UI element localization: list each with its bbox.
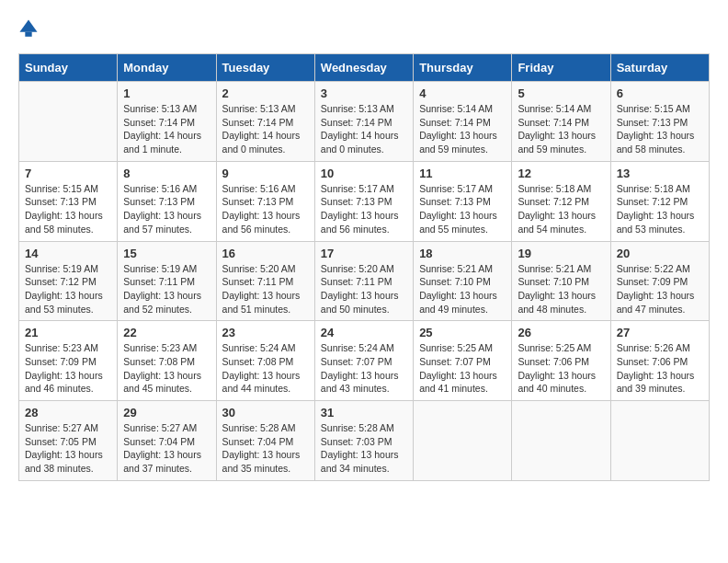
day-cell: [512, 401, 610, 481]
day-info: Sunrise: 5:23 AMSunset: 7:09 PMDaylight:…: [25, 341, 111, 396]
day-info: Sunrise: 5:24 AMSunset: 7:08 PMDaylight:…: [222, 341, 309, 396]
day-cell: 9Sunrise: 5:16 AMSunset: 7:13 PMDaylight…: [216, 161, 314, 241]
calendar-table: SundayMondayTuesdayWednesdayThursdayFrid…: [18, 53, 710, 481]
logo-icon: [18, 18, 39, 39]
day-number: 25: [419, 326, 506, 339]
svg-marker-0: [19, 19, 37, 31]
week-row-1: 1Sunrise: 5:13 AMSunset: 7:14 PMDaylight…: [19, 82, 710, 162]
day-info: Sunrise: 5:28 AMSunset: 7:04 PMDaylight:…: [222, 421, 309, 476]
day-info: Sunrise: 5:19 AMSunset: 7:11 PMDaylight:…: [123, 262, 210, 316]
day-info: Sunrise: 5:28 AMSunset: 7:03 PMDaylight:…: [321, 421, 407, 476]
day-number: 2: [222, 86, 309, 100]
day-cell: 7Sunrise: 5:15 AMSunset: 7:13 PMDaylight…: [19, 161, 118, 241]
day-info: Sunrise: 5:26 AMSunset: 7:06 PMDaylight:…: [617, 341, 703, 396]
day-info: Sunrise: 5:27 AMSunset: 7:04 PMDaylight:…: [123, 421, 210, 476]
week-row-4: 21Sunrise: 5:23 AMSunset: 7:09 PMDayligh…: [19, 321, 710, 401]
day-cell: 5Sunrise: 5:14 AMSunset: 7:14 PMDaylight…: [512, 82, 610, 162]
day-number: 12: [518, 167, 604, 180]
calendar-header: SundayMondayTuesdayWednesdayThursdayFrid…: [19, 54, 710, 82]
logo: [18, 18, 42, 39]
day-cell: 26Sunrise: 5:25 AMSunset: 7:06 PMDayligh…: [512, 321, 610, 401]
day-cell: 31Sunrise: 5:28 AMSunset: 7:03 PMDayligh…: [314, 401, 413, 481]
day-number: 4: [419, 86, 506, 100]
column-header-wednesday: Wednesday: [314, 54, 413, 82]
day-cell: 3Sunrise: 5:13 AMSunset: 7:14 PMDaylight…: [314, 82, 413, 162]
day-info: Sunrise: 5:14 AMSunset: 7:14 PMDaylight:…: [518, 102, 604, 156]
day-number: 29: [123, 406, 210, 419]
page-header: [18, 18, 710, 39]
day-number: 5: [518, 86, 604, 100]
header-row: SundayMondayTuesdayWednesdayThursdayFrid…: [19, 54, 710, 82]
week-row-2: 7Sunrise: 5:15 AMSunset: 7:13 PMDaylight…: [19, 161, 710, 241]
day-number: 28: [25, 406, 111, 419]
day-info: Sunrise: 5:25 AMSunset: 7:07 PMDaylight:…: [419, 341, 506, 396]
day-info: Sunrise: 5:13 AMSunset: 7:14 PMDaylight:…: [321, 102, 407, 156]
day-number: 8: [123, 167, 210, 180]
day-cell: 2Sunrise: 5:13 AMSunset: 7:14 PMDaylight…: [216, 82, 314, 162]
day-number: 21: [25, 326, 111, 339]
day-cell: 23Sunrise: 5:24 AMSunset: 7:08 PMDayligh…: [216, 321, 314, 401]
day-number: 9: [222, 167, 309, 180]
day-cell: 28Sunrise: 5:27 AMSunset: 7:05 PMDayligh…: [19, 401, 118, 481]
column-header-sunday: Sunday: [19, 54, 118, 82]
day-number: 6: [617, 86, 703, 100]
day-info: Sunrise: 5:18 AMSunset: 7:12 PMDaylight:…: [617, 182, 703, 236]
day-cell: 1Sunrise: 5:13 AMSunset: 7:14 PMDaylight…: [118, 82, 216, 162]
day-cell: 30Sunrise: 5:28 AMSunset: 7:04 PMDayligh…: [216, 401, 314, 481]
day-info: Sunrise: 5:14 AMSunset: 7:14 PMDaylight:…: [419, 102, 506, 156]
day-info: Sunrise: 5:23 AMSunset: 7:08 PMDaylight:…: [123, 341, 210, 396]
day-number: 14: [25, 247, 111, 260]
day-cell: 27Sunrise: 5:26 AMSunset: 7:06 PMDayligh…: [610, 321, 709, 401]
day-number: 7: [25, 167, 111, 180]
column-header-monday: Monday: [118, 54, 216, 82]
day-info: Sunrise: 5:13 AMSunset: 7:14 PMDaylight:…: [222, 102, 309, 156]
day-info: Sunrise: 5:17 AMSunset: 7:13 PMDaylight:…: [321, 182, 407, 236]
column-header-tuesday: Tuesday: [216, 54, 314, 82]
day-info: Sunrise: 5:20 AMSunset: 7:11 PMDaylight:…: [321, 262, 407, 316]
day-cell: [414, 401, 512, 481]
day-number: 31: [321, 406, 407, 419]
day-cell: [610, 401, 709, 481]
day-cell: 25Sunrise: 5:25 AMSunset: 7:07 PMDayligh…: [414, 321, 512, 401]
day-number: 30: [222, 406, 309, 419]
day-number: 20: [617, 247, 703, 260]
day-info: Sunrise: 5:21 AMSunset: 7:10 PMDaylight:…: [419, 262, 506, 316]
day-info: Sunrise: 5:21 AMSunset: 7:10 PMDaylight:…: [518, 262, 604, 316]
day-cell: 15Sunrise: 5:19 AMSunset: 7:11 PMDayligh…: [118, 241, 216, 321]
day-cell: 10Sunrise: 5:17 AMSunset: 7:13 PMDayligh…: [314, 161, 413, 241]
day-cell: 22Sunrise: 5:23 AMSunset: 7:08 PMDayligh…: [118, 321, 216, 401]
day-info: Sunrise: 5:19 AMSunset: 7:12 PMDaylight:…: [25, 262, 111, 316]
day-number: 26: [518, 326, 604, 339]
day-number: 3: [321, 86, 407, 100]
day-number: 27: [617, 326, 703, 339]
day-info: Sunrise: 5:22 AMSunset: 7:09 PMDaylight:…: [617, 262, 703, 316]
day-number: 24: [321, 326, 407, 339]
day-info: Sunrise: 5:18 AMSunset: 7:12 PMDaylight:…: [518, 182, 604, 236]
day-info: Sunrise: 5:16 AMSunset: 7:13 PMDaylight:…: [222, 182, 309, 236]
day-number: 11: [419, 167, 506, 180]
day-info: Sunrise: 5:20 AMSunset: 7:11 PMDaylight:…: [222, 262, 309, 316]
day-cell: 4Sunrise: 5:14 AMSunset: 7:14 PMDaylight…: [414, 82, 512, 162]
day-number: 18: [419, 247, 506, 260]
column-header-friday: Friday: [512, 54, 610, 82]
day-info: Sunrise: 5:16 AMSunset: 7:13 PMDaylight:…: [123, 182, 210, 236]
day-number: 13: [617, 167, 703, 180]
day-cell: 11Sunrise: 5:17 AMSunset: 7:13 PMDayligh…: [414, 161, 512, 241]
day-info: Sunrise: 5:27 AMSunset: 7:05 PMDaylight:…: [25, 421, 111, 476]
day-cell: 20Sunrise: 5:22 AMSunset: 7:09 PMDayligh…: [610, 241, 709, 321]
day-cell: [19, 82, 118, 162]
day-number: 17: [321, 247, 407, 260]
day-info: Sunrise: 5:15 AMSunset: 7:13 PMDaylight:…: [617, 102, 703, 156]
day-info: Sunrise: 5:15 AMSunset: 7:13 PMDaylight:…: [25, 182, 111, 236]
day-number: 19: [518, 247, 604, 260]
svg-rect-1: [25, 32, 31, 37]
day-cell: 19Sunrise: 5:21 AMSunset: 7:10 PMDayligh…: [512, 241, 610, 321]
day-cell: 17Sunrise: 5:20 AMSunset: 7:11 PMDayligh…: [314, 241, 413, 321]
day-number: 10: [321, 167, 407, 180]
day-cell: 29Sunrise: 5:27 AMSunset: 7:04 PMDayligh…: [118, 401, 216, 481]
day-number: 1: [123, 86, 210, 100]
day-info: Sunrise: 5:13 AMSunset: 7:14 PMDaylight:…: [123, 102, 210, 156]
week-row-5: 28Sunrise: 5:27 AMSunset: 7:05 PMDayligh…: [19, 401, 710, 481]
column-header-saturday: Saturday: [610, 54, 709, 82]
day-cell: 8Sunrise: 5:16 AMSunset: 7:13 PMDaylight…: [118, 161, 216, 241]
